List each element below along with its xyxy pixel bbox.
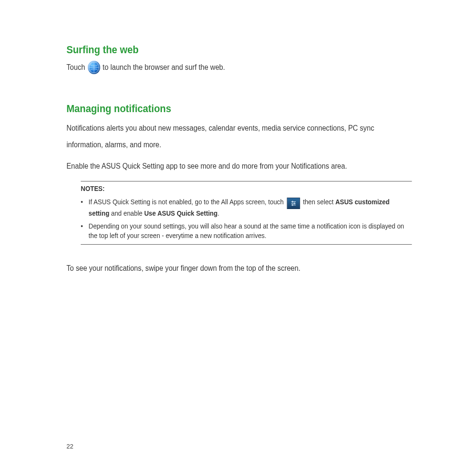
notes-header: NOTES: (81, 184, 412, 194)
svg-rect-2 (291, 203, 296, 203)
heading-notifications: Managing notifications (66, 103, 385, 115)
closing-para: To see your notifications, swipe your fi… (66, 264, 410, 274)
bullet-icon: • (81, 222, 83, 240)
note1-t1: If ASUS Quick Setting is not enabled, go… (89, 198, 284, 206)
notifications-para2: Enable the ASUS Quick Setting app to see… (66, 162, 410, 171)
svg-rect-5 (294, 202, 295, 204)
svg-rect-6 (292, 204, 293, 206)
note-body-2: Depending on your sound settings, you wi… (89, 222, 412, 240)
bullet-icon: • (81, 198, 83, 219)
surfing-instruction: Touch to launch the browser and surf the… (66, 61, 410, 74)
svg-rect-1 (291, 201, 296, 202)
svg-rect-3 (291, 205, 296, 205)
notes-list: • If ASUS Quick Setting is not enabled, … (81, 198, 412, 241)
globe-icon (88, 61, 100, 74)
note1-t2: then select (303, 198, 334, 206)
note-item-1: • If ASUS Quick Setting is not enabled, … (81, 198, 412, 219)
text-after-icon: to launch the browser and surf the web. (103, 63, 225, 72)
notifications-para1: Notifications alerts you about new messa… (66, 120, 410, 153)
browser-globe-icon (88, 61, 100, 74)
rule-bottom (81, 244, 412, 245)
page-content: Surfing the web Touch to launch the brow… (0, 0, 453, 476)
settings-app-icon (287, 198, 300, 209)
note1-t4: . (217, 209, 219, 217)
sliders-icon (290, 200, 296, 207)
note-item-2: • Depending on your sound settings, you … (81, 222, 412, 240)
heading-surfing: Surfing the web (66, 44, 385, 56)
note1-t3: and enable (111, 209, 142, 217)
note1-b2: Use ASUS Quick Setting (144, 209, 217, 217)
page-number: 22 (66, 443, 73, 450)
rule-top (81, 181, 412, 181)
notes-box: NOTES: • If ASUS Quick Setting is not en… (81, 181, 412, 245)
svg-rect-4 (292, 200, 293, 202)
text-before-icon: Touch (66, 63, 85, 72)
note-body-1: If ASUS Quick Setting is not enabled, go… (89, 198, 412, 219)
